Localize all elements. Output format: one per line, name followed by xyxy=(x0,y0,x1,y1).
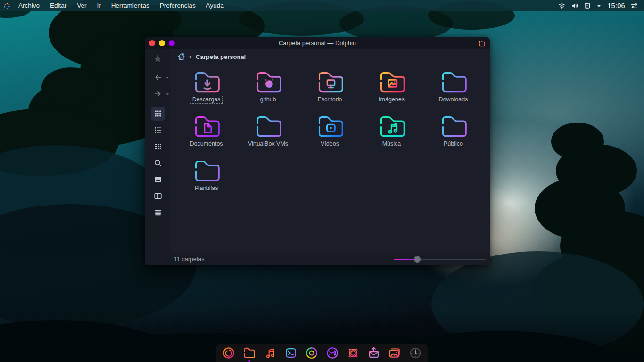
file-manager-icon[interactable] xyxy=(242,346,256,360)
nav-forward-icon[interactable] xyxy=(151,87,165,101)
folder-item-publico[interactable]: Público xyxy=(422,114,484,158)
folder-label: github xyxy=(257,96,278,104)
folder-label: Documentos xyxy=(187,140,225,148)
folder-label: Descargas xyxy=(190,96,223,104)
window-title: Carpeta personal — Dolphin xyxy=(145,40,490,47)
dock xyxy=(216,344,428,362)
preview-icon[interactable] xyxy=(151,173,165,187)
view-compact-icon[interactable] xyxy=(151,140,165,154)
folder-item-github[interactable]: github xyxy=(237,69,299,114)
view-grid-icon[interactable] xyxy=(151,107,165,121)
slider-fill xyxy=(394,259,416,260)
vscode-icon[interactable] xyxy=(325,346,339,360)
folder-item-descargas[interactable]: Descargas xyxy=(175,69,237,114)
window-close-button[interactable] xyxy=(149,40,155,46)
folder-label: Downloads xyxy=(437,96,471,104)
global-menubar: ArchivoEditarVerIrHerramientasPreferenci… xyxy=(0,0,644,11)
folder-label: Plantillas xyxy=(192,184,220,192)
menu-archivo[interactable]: Archivo xyxy=(13,0,45,11)
caret-down-icon[interactable] xyxy=(596,3,602,9)
window-maximize-button[interactable] xyxy=(169,40,175,46)
mail-share-icon[interactable] xyxy=(367,346,381,360)
folder-item-plantillas[interactable]: Plantillas xyxy=(175,158,237,202)
sidebar xyxy=(145,49,171,253)
clock-icon[interactable] xyxy=(408,346,422,360)
breadcrumb-current[interactable]: Carpeta personal xyxy=(196,53,246,60)
folder-item-virtualbox-vms[interactable]: VirtualBox VMs xyxy=(237,114,299,158)
folder-label: Imágenes xyxy=(376,96,407,104)
menu-ir[interactable]: Ir xyxy=(92,0,106,11)
firefox-icon[interactable] xyxy=(222,346,236,360)
menu-editar[interactable]: Editar xyxy=(45,0,72,11)
menu-preferencias[interactable]: Preferencias xyxy=(155,0,201,11)
zoom-slider[interactable] xyxy=(394,256,486,263)
folder-grid: Descargas github Escritorio Imágenes Dow… xyxy=(171,64,490,253)
dolphin-window: Carpeta personal — Dolphin ▸ xyxy=(145,37,490,265)
system-tray: 15:06 xyxy=(558,2,644,9)
split-view-icon[interactable] xyxy=(151,189,165,203)
folder-item-imagenes[interactable]: Imágenes xyxy=(361,69,422,114)
menu-icon[interactable] xyxy=(151,206,165,220)
photos-icon[interactable] xyxy=(388,346,402,360)
folder-item-musica[interactable]: Música xyxy=(361,114,422,158)
home-icon[interactable] xyxy=(177,52,186,61)
window-minimize-button[interactable] xyxy=(159,40,165,46)
view-list-icon[interactable] xyxy=(151,123,165,137)
slider-handle[interactable] xyxy=(414,256,421,263)
folder-item-downloads[interactable]: Downloads xyxy=(422,69,484,114)
bookmark-star-icon[interactable] xyxy=(151,51,165,66)
wifi-icon[interactable] xyxy=(558,2,566,9)
music-app-icon[interactable] xyxy=(263,346,277,360)
folder-label: VirtualBox VMs xyxy=(246,140,290,148)
chrome-icon[interactable] xyxy=(305,346,319,360)
folder-item-videos[interactable]: Vídeos xyxy=(299,114,361,158)
breadcrumb: ▸ Carpeta personal xyxy=(171,49,490,64)
folder-item-documentos[interactable]: Documentos xyxy=(175,114,237,158)
menu-ayuda[interactable]: Ayuda xyxy=(201,0,229,11)
menu-herramientas[interactable]: Herramientas xyxy=(106,0,155,11)
statusbar: 11 carpetas xyxy=(145,253,490,265)
menubar-items: ArchivoEditarVerIrHerramientasPreferenci… xyxy=(13,0,229,11)
window-controls xyxy=(145,40,175,46)
folder-item-escritorio[interactable]: Escritorio xyxy=(299,69,361,114)
titlebar[interactable]: Carpeta personal — Dolphin xyxy=(145,37,490,49)
dolphin-folder-icon xyxy=(479,40,490,47)
folder-label: Vídeos xyxy=(318,140,341,148)
menu-ver[interactable]: Ver xyxy=(72,0,91,11)
search-icon[interactable] xyxy=(151,156,165,170)
nav-back-icon[interactable] xyxy=(151,70,165,84)
settings-gear-icon[interactable] xyxy=(346,346,360,360)
folder-label: Escritorio xyxy=(315,96,344,104)
volume-icon[interactable] xyxy=(571,2,578,9)
running-indicator xyxy=(248,360,250,362)
folder-label: Público xyxy=(441,140,465,148)
terminal-icon[interactable] xyxy=(284,346,298,360)
breadcrumb-separator-icon: ▸ xyxy=(190,54,192,59)
status-text: 11 carpetas xyxy=(174,256,204,263)
clipboard-icon[interactable] xyxy=(584,2,591,9)
folder-label: Música xyxy=(380,140,404,148)
distro-logo-icon[interactable] xyxy=(3,2,10,9)
clock-time[interactable]: 15:06 xyxy=(607,2,625,9)
tray-settings-icon[interactable] xyxy=(630,2,638,9)
